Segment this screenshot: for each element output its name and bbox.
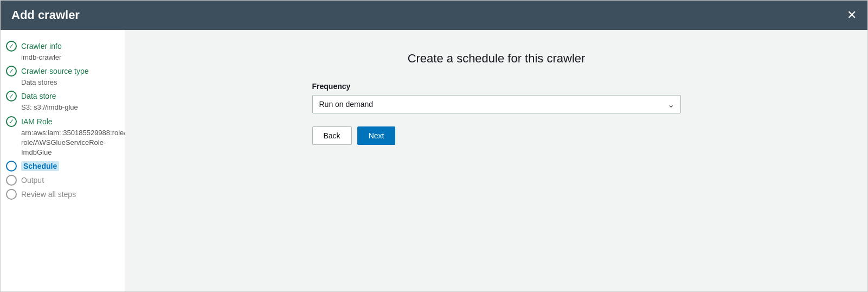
sidebar-item-data-store: ✓ Data store S3: s3://imdb-glue	[6, 91, 119, 112]
back-button[interactable]: Back	[312, 126, 352, 145]
sidebar-item-crawler-info: ✓ Crawler info imdb-crawler	[6, 41, 119, 62]
main-content: Create a schedule for this crawler Frequ…	[125, 30, 867, 291]
circle-icon-output	[6, 175, 17, 186]
sidebar-sub-crawler-source-type: Data stores	[6, 78, 119, 87]
sidebar-item-schedule: Schedule	[6, 161, 119, 172]
sidebar-item-review-all-steps: Review all steps	[6, 189, 119, 200]
modal-header: Add crawler ✕	[1, 1, 867, 30]
sidebar-step-data-store[interactable]: ✓ Data store	[6, 91, 119, 101]
sidebar-label-output: Output	[21, 176, 44, 185]
sidebar-sub-crawler-info: imdb-crawler	[6, 53, 119, 62]
sidebar-label-schedule[interactable]: Schedule	[21, 161, 59, 171]
frequency-select[interactable]: Run on demand Hourly Daily Weekly Monthl…	[312, 95, 681, 113]
sidebar-label-data-store[interactable]: Data store	[21, 92, 56, 100]
sidebar-step-crawler-source-type[interactable]: ✓ Crawler source type	[6, 66, 119, 77]
sidebar-label-crawler-source-type[interactable]: Crawler source type	[21, 67, 89, 75]
sidebar-label-iam-role[interactable]: IAM Role	[21, 117, 53, 126]
check-icon-data-store: ✓	[6, 91, 17, 101]
close-button[interactable]: ✕	[847, 9, 857, 21]
button-row: Back Next	[312, 126, 681, 145]
circle-icon-review-all-steps	[6, 189, 17, 200]
frequency-label: Frequency	[312, 82, 681, 91]
sidebar-step-output[interactable]: Output	[6, 175, 119, 186]
sidebar-label-review-all-steps: Review all steps	[21, 190, 76, 199]
check-icon-crawler-info: ✓	[6, 41, 17, 52]
form-section: Frequency Run on demand Hourly Daily Wee…	[312, 82, 681, 145]
sidebar-item-crawler-source-type: ✓ Crawler source type Data stores	[6, 66, 119, 87]
modal: Add crawler ✕ ✓ Crawler info imdb-crawle…	[0, 0, 868, 292]
check-icon-iam-role: ✓	[6, 116, 17, 127]
sidebar-step-crawler-info[interactable]: ✓ Crawler info	[6, 41, 119, 52]
modal-title: Add crawler	[11, 8, 80, 22]
sidebar-item-output: Output	[6, 175, 119, 186]
circle-icon-schedule	[6, 161, 17, 172]
sidebar: ✓ Crawler info imdb-crawler ✓ Crawler so…	[1, 30, 125, 291]
next-button[interactable]: Next	[357, 126, 396, 145]
sidebar-label-crawler-info[interactable]: Crawler info	[21, 42, 62, 50]
frequency-select-wrapper: Run on demand Hourly Daily Weekly Monthl…	[312, 95, 681, 113]
sidebar-step-iam-role[interactable]: ✓ IAM Role	[6, 116, 119, 127]
check-icon-crawler-source-type: ✓	[6, 66, 17, 77]
sidebar-step-review-all-steps[interactable]: Review all steps	[6, 189, 119, 200]
modal-body: ✓ Crawler info imdb-crawler ✓ Crawler so…	[1, 30, 867, 291]
content-title: Create a schedule for this crawler	[408, 52, 586, 66]
sidebar-sub-data-store: S3: s3://imdb-glue	[6, 103, 119, 112]
sidebar-sub-iam-role: arn:aws:iam::350185529988:role/service-r…	[6, 128, 119, 158]
sidebar-step-schedule[interactable]: Schedule	[6, 161, 119, 172]
sidebar-item-iam-role: ✓ IAM Role arn:aws:iam::350185529988:rol…	[6, 116, 119, 158]
